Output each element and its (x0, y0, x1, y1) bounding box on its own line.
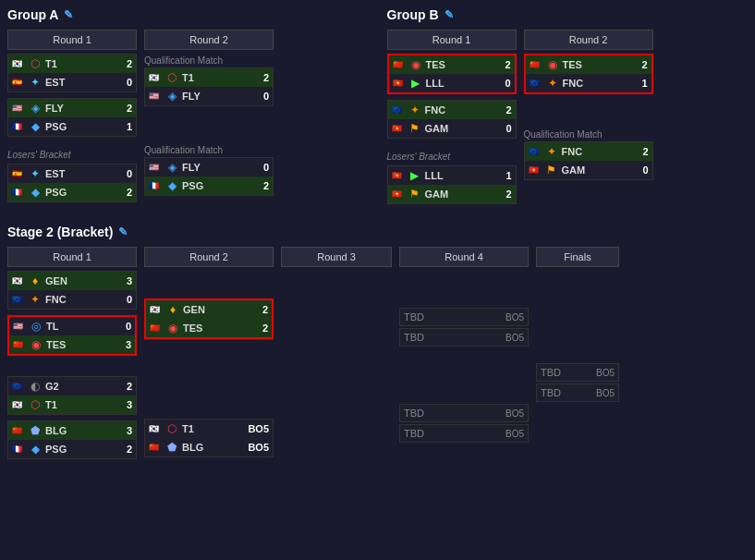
stage2-round4-header: Round 4 (399, 247, 529, 267)
group-a-title: Group A ✎ (7, 7, 369, 22)
group-b-round1-header: Round 1 (387, 30, 517, 50)
stage2-round1-col: Round 1 🇰🇷 ♦ GEN 3 🇪🇺 ✦ FNC 0 (7, 247, 137, 465)
team-score: BO5 (248, 423, 269, 434)
lll-icon: ▶ (408, 168, 422, 183)
flag: 🇨🇳 (393, 60, 406, 69)
group-b-title: Group B ✎ (387, 7, 749, 22)
team-name: PSG (182, 180, 253, 191)
flag: 🇰🇷 (12, 59, 25, 68)
flag: 🇺🇸 (13, 322, 26, 331)
team-name: FLY (182, 91, 253, 102)
team-name: FNC (563, 78, 632, 89)
psg-icon: ◆ (28, 119, 43, 134)
team-name: TES (426, 59, 495, 70)
team-row: 🇫🇷 ◆ PSG 1 (8, 117, 136, 136)
tbd-score: BO5 (596, 368, 615, 378)
team-score: 2 (255, 304, 268, 315)
team-score: 2 (498, 59, 511, 70)
team-score: 2 (255, 323, 268, 334)
tbd-name: TBD (404, 428, 502, 439)
blg-icon: ⬟ (164, 440, 179, 455)
gen-icon: ♦ (28, 274, 43, 288)
group-a-section: Group A ✎ Round 1 🇰🇷 ⬡ T1 2 (7, 7, 369, 210)
group-a-r1-match1: 🇰🇷 ⬡ T1 2 🇪🇸 ✦ EST 0 (7, 54, 137, 92)
team-score: 0 (499, 123, 512, 134)
tbd-name: TBD (541, 387, 592, 398)
team-name: FNC (425, 104, 496, 116)
tbd-score: BO5 (505, 312, 524, 323)
team-score: 2 (256, 72, 269, 83)
team-score: 3 (119, 399, 132, 410)
team-row: 🇨🇳 ◉ TES 3 (9, 335, 135, 354)
psg-icon: ◆ (28, 185, 43, 200)
stage2-title: Stage 2 (Bracket) ✎ (7, 225, 748, 239)
group-b-r1-match1: 🇨🇳 ◉ TES 2 🇻🇳 ▶ LLL 0 (387, 54, 517, 94)
team-name: FNC (562, 146, 633, 157)
group-b-r1-match2: 🇪🇺 ✦ FNC 2 🇻🇳 ⚑ GAM 0 (387, 100, 517, 139)
group-b-round2-header: Round 2 (524, 30, 653, 50)
qual-label: Qualification Match 🇰🇷 ⬡ T1 2 🇺🇸 ◈ (144, 54, 274, 112)
group-a-round2-header: Round 2 (144, 30, 274, 50)
fnc-icon: ✦ (28, 292, 43, 307)
flag: 🇫🇷 (12, 444, 25, 454)
team-name: PSG (45, 121, 116, 132)
tes-icon: ◉ (29, 337, 43, 352)
team-name: GEN (183, 304, 252, 315)
losers-bracket-label: Losers' Bracket (387, 152, 517, 162)
group-b-round2-col: Round 2 🇨🇳 ◉ TES 2 🇪🇺 ✦ FNC (524, 30, 653, 186)
stage2-edit-icon[interactable]: ✎ (118, 225, 128, 238)
team-score: 2 (119, 58, 132, 69)
flag: 🇰🇷 (150, 305, 163, 314)
qual-label2: Qualification Match 🇺🇸 ◈ FLY 0 🇫🇷 ◆ (144, 143, 274, 201)
stage2-r1-match2: 🇺🇸 ◎ TL 0 🇨🇳 ◉ TES 3 (7, 315, 137, 356)
group-b-bracket: Round 1 🇨🇳 ◉ TES 2 🇻🇳 ▶ LLL (387, 30, 749, 210)
flag: 🇰🇷 (149, 424, 162, 433)
team-row: 🇪🇸 ✦ EST 0 (8, 73, 136, 91)
group-b-r2-qual: 🇪🇺 ✦ FNC 2 🇻🇳 ⚑ GAM 0 (524, 141, 653, 180)
team-row: 🇫🇷 ◆ PSG 2 (8, 183, 136, 201)
group-b-r2-match-highlighted: 🇨🇳 ◉ TES 2 🇪🇺 ✦ FNC 1 (524, 54, 653, 94)
tbd-row: TBD BO5 (399, 404, 529, 422)
stage2-r4-matches: TBD BO5 TBD BO5 TBD BO5 TBD BO5 (399, 308, 529, 444)
fnc-icon: ✦ (408, 103, 422, 117)
t1-icon: ⬡ (28, 56, 43, 71)
team-name: T1 (45, 399, 116, 410)
team-row: 🇰🇷 ♦ GEN 3 (8, 272, 136, 290)
team-row: 🇺🇸 ◈ FLY 2 (8, 99, 136, 117)
flag: 🇨🇳 (530, 60, 542, 69)
flag: 🇪🇺 (12, 295, 25, 304)
group-b-label: Group B (387, 7, 439, 22)
spacer (399, 348, 529, 404)
team-score: 3 (119, 425, 132, 436)
stage2-round2-header: Round 2 (144, 247, 274, 267)
t1-icon: ⬡ (164, 70, 179, 85)
team-row: 🇫🇷 ◆ PSG 2 (145, 177, 273, 195)
flag: 🇫🇷 (12, 122, 25, 131)
lll-icon: ▶ (408, 76, 423, 91)
losers-bracket-label: Losers' Bracket (7, 150, 137, 160)
gam-icon: ⚑ (408, 121, 422, 136)
team-score: 2 (119, 103, 132, 114)
flag: 🇰🇷 (149, 73, 162, 82)
flag: 🇺🇸 (149, 91, 162, 101)
flag: 🇨🇳 (12, 426, 25, 435)
flag: 🇫🇷 (12, 188, 25, 197)
group-b-r1-loser-match: 🇻🇳 ▶ LLL 1 🇻🇳 ⚑ GAM 2 (387, 165, 517, 204)
team-name: EST (45, 77, 116, 88)
tbd-name: TBD (404, 311, 502, 323)
team-row: 🇨🇳 ◉ TES 2 (146, 319, 272, 337)
group-a-r2-qual2: 🇺🇸 ◈ FLY 0 🇫🇷 ◆ PSG 2 (144, 157, 274, 196)
group-b-edit-icon[interactable]: ✎ (444, 8, 454, 21)
tbd-name: TBD (541, 367, 592, 378)
team-row: 🇰🇷 ♦ GEN 2 (146, 300, 272, 319)
flag: 🇪🇺 (392, 105, 405, 115)
stage2-r1-match3: 🇪🇺 ◐ G2 2 🇰🇷 ⬡ T1 3 (7, 376, 137, 415)
team-row: 🇰🇷 ⬡ T1 2 (8, 55, 136, 73)
est-icon: ✦ (28, 75, 43, 90)
stage2-finals-header: Finals (536, 247, 619, 267)
team-name: LLL (425, 170, 496, 181)
group-a-r1-match2: 🇺🇸 ◈ FLY 2 🇫🇷 ◆ PSG 1 (7, 98, 137, 137)
group-a-edit-icon[interactable]: ✎ (64, 8, 73, 21)
team-name: T1 (182, 72, 253, 83)
team-score: 0 (498, 78, 511, 89)
